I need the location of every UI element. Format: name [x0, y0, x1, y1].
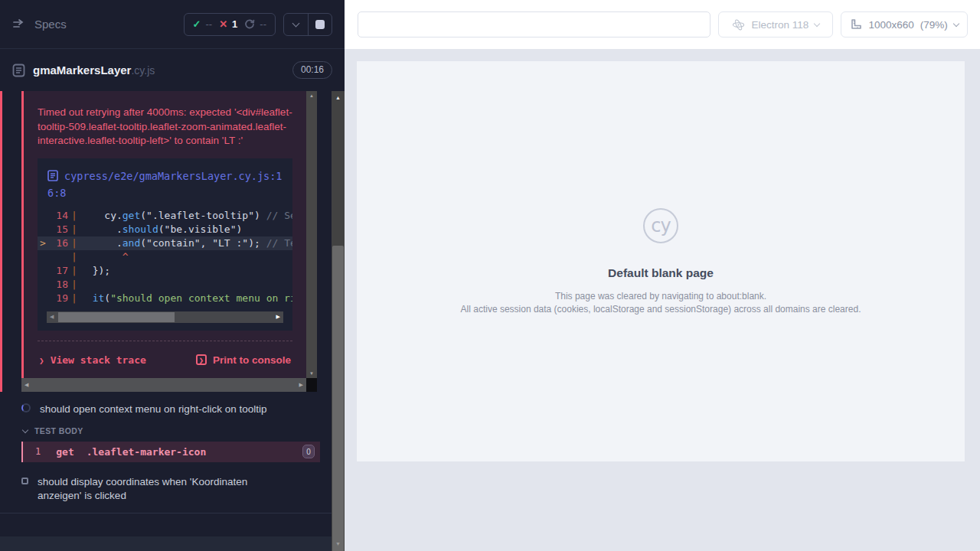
console-icon: ❯: [196, 354, 207, 365]
scroll-right-icon[interactable]: ▶: [299, 382, 303, 388]
spec-filename: gmaMarkersLayer.cy.js: [33, 64, 155, 77]
test-title: should display coordinates when 'Koordin…: [38, 475, 290, 503]
stop-icon: [315, 20, 325, 29]
error-vertical-scrollbar[interactable]: ▲ ▼: [306, 91, 317, 378]
scrollbar-thumb[interactable]: [332, 246, 344, 551]
ruler-icon: [850, 18, 862, 31]
code-line: | ^: [38, 250, 292, 264]
code-line: 14| cy.get(".leaflet-tooltip") // Sele: [38, 209, 292, 223]
scroll-down-icon[interactable]: ▼: [332, 539, 345, 549]
reporter-footer: [0, 536, 332, 551]
pending-square-icon: [21, 478, 28, 484]
stat-pending: --: [244, 18, 266, 30]
scrollbar-thumb[interactable]: [58, 312, 175, 322]
viewport-size-button[interactable]: 1000x660 (79%): [841, 11, 968, 37]
chevron-right-icon: ❯: [39, 356, 44, 366]
browser-select-button[interactable]: Electron 118: [718, 11, 833, 37]
blank-page-subtitle2: All active session data (cookies, localS…: [461, 303, 861, 315]
specs-label: Specs: [34, 18, 67, 31]
code-line: >16| .and("contain", "LT :"); // Test: [38, 236, 292, 250]
chevron-down-icon: [953, 20, 959, 26]
dashed-separator: [38, 341, 292, 341]
check-icon: ✓: [193, 18, 201, 30]
browser-stage: Electron 118 1000x660 (79%): [345, 0, 980, 551]
code-horizontal-scrollbar[interactable]: ◀ ▶: [47, 311, 283, 323]
print-to-console-button[interactable]: ❯ Print to console: [196, 354, 291, 366]
blank-page-title: Default blank page: [608, 266, 714, 280]
failed-test-block: Timed out retrying after 4000ms: expecte…: [0, 91, 332, 392]
stage-header: Electron 118 1000x660 (79%): [345, 0, 980, 49]
aut-viewport: cy Default blank page This page was clea…: [345, 49, 980, 551]
reporter-panel: Specs ✓ -- ✕ 1: [0, 0, 345, 551]
code-frame: cypress/e2e/gmaMarkersLayer.cy.js:16:8 1…: [38, 158, 292, 331]
test-item-pending[interactable]: should display coordinates when 'Koordin…: [0, 475, 332, 503]
chevron-down-icon: [814, 20, 820, 26]
chevron-down-icon: [292, 19, 300, 27]
command-row[interactable]: 1 get .leaflet-marker-icon 0: [21, 442, 320, 462]
scroll-up-icon[interactable]: ▲: [332, 93, 345, 103]
cypress-logo: cy: [643, 208, 678, 243]
code-line: 18|: [38, 278, 292, 292]
code-line: 15| .should("be.visible"): [38, 223, 292, 236]
scroll-down-icon[interactable]: ▼: [306, 371, 317, 376]
chevron-down-icon: [22, 426, 28, 432]
electron-icon: [732, 18, 745, 31]
error-horizontal-scrollbar[interactable]: ◀ ▶: [21, 378, 306, 392]
stop-button[interactable]: [308, 14, 332, 35]
file-icon: [47, 170, 58, 185]
blank-page-subtitle: This page was cleared by navigating to a…: [555, 290, 766, 302]
spec-duration-badge: 00:16: [292, 61, 332, 79]
scroll-right-icon[interactable]: ▶: [276, 314, 280, 320]
command-count-badge: 0: [302, 445, 315, 458]
cypress-app: Specs ✓ -- ✕ 1: [0, 0, 980, 551]
spec-row: gmaMarkersLayer.cy.js 00:16: [0, 49, 345, 91]
x-icon: ✕: [219, 18, 227, 30]
view-stack-trace-link[interactable]: ❯View stack trace: [39, 354, 146, 366]
command-args: .leaflet-marker-icon: [87, 446, 207, 458]
specs-list-toggle-icon[interactable]: [12, 18, 27, 31]
blank-page: cy Default blank page This page was clea…: [357, 61, 965, 461]
scrollbar-corner: [306, 378, 317, 392]
scroll-left-icon[interactable]: ◀: [50, 314, 54, 320]
reporter-content: Timed out retrying after 4000ms: expecte…: [0, 91, 332, 551]
test-item-running[interactable]: should open context menu on right-click …: [0, 403, 332, 416]
stat-failed: ✕ 1: [219, 18, 237, 30]
collapse-button[interactable]: [284, 14, 308, 35]
spec-file-icon: [12, 64, 25, 77]
code-line: 19| it("should open context menu on righ: [38, 292, 292, 305]
error-panel: Timed out retrying after 4000ms: expecte…: [21, 91, 306, 378]
command-method: get: [56, 446, 74, 458]
test-body-header[interactable]: TEST BODY: [0, 426, 332, 435]
refresh-icon: [244, 19, 255, 30]
test-stats: ✓ -- ✕ 1 --: [184, 13, 276, 36]
url-input[interactable]: [358, 11, 710, 37]
reporter-header: Specs ✓ -- ✕ 1: [0, 0, 345, 49]
test-title: should open context menu on right-click …: [40, 403, 266, 416]
scroll-left-icon[interactable]: ◀: [24, 382, 28, 388]
error-message: Timed out retrying after 4000ms: expecte…: [38, 106, 292, 148]
command-number: 1: [35, 446, 41, 457]
run-controls: [283, 13, 332, 36]
reporter-vertical-scrollbar[interactable]: ▲ ▼: [332, 91, 345, 551]
stat-passed: ✓ --: [193, 18, 213, 30]
code-lines: 14| cy.get(".leaflet-tooltip") // Sele15…: [38, 209, 292, 305]
code-line: 17| });: [38, 264, 292, 278]
code-frame-file-link[interactable]: cypress/e2e/gmaMarkersLayer.cy.js:16:8: [38, 168, 292, 201]
scroll-up-icon[interactable]: ▲: [306, 93, 317, 98]
running-spinner-icon: [21, 403, 31, 412]
